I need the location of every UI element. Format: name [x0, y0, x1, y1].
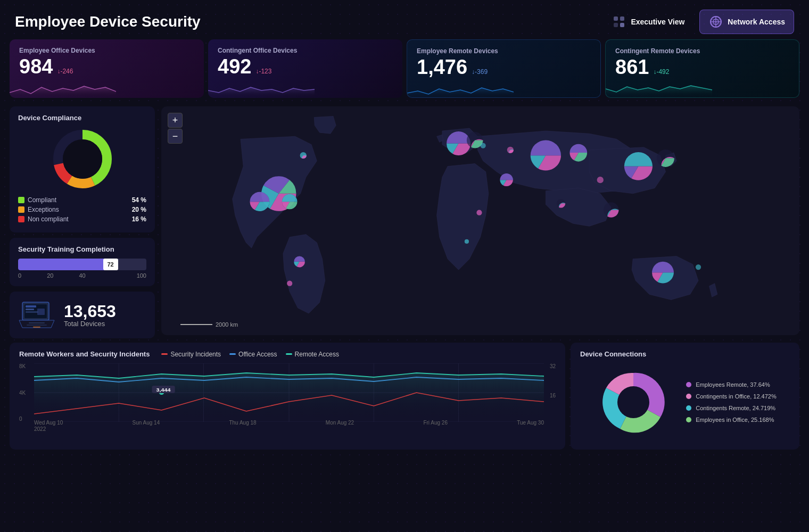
pie-legend-contingents-remote: Contingents Remote, 24.719%	[686, 405, 776, 411]
exceptions-label: Exceptions	[28, 206, 132, 213]
svg-rect-18	[26, 311, 38, 313]
legend-remote-access-label: Remote Access	[295, 351, 339, 358]
map-svg	[161, 106, 799, 335]
nav-executive-view[interactable]: Executive View	[603, 10, 693, 34]
training-slider[interactable]: 72	[18, 259, 146, 270]
y-left-0: 0	[19, 416, 34, 422]
compliance-title: Device Compliance	[18, 114, 146, 122]
employees-office-label: Employees in Office, 25.168%	[696, 417, 774, 423]
svg-rect-21	[27, 325, 47, 326]
device-connections-card: Device Connections Employees Remote, 37.…	[571, 343, 799, 450]
scale-bar	[180, 324, 212, 325]
total-devices-info: 13,653 Total Devices	[64, 303, 116, 328]
stat-contingent-office: Contingent Office Devices 492 ↓-123	[208, 39, 402, 98]
nav-network-access[interactable]: Network Access	[699, 10, 794, 34]
sparkline-3	[606, 77, 712, 97]
network-access-icon	[708, 14, 723, 29]
exceptions-dot	[18, 206, 24, 213]
office-access-color	[229, 353, 236, 355]
chart-header: Remote Workers and Security Incidents Se…	[19, 350, 556, 358]
svg-rect-1	[620, 16, 624, 21]
compliance-legend: Compliant 54 % Exceptions 20 % Non compl…	[18, 196, 146, 223]
line-chart-svg: 3,444	[34, 363, 544, 422]
y-left-4k: 4K	[19, 390, 34, 396]
contingents-office-dot	[686, 394, 691, 399]
legend-security-incidents-label: Security Incidents	[170, 351, 221, 358]
map-controls: + −	[168, 113, 183, 144]
x-axis-labels: Wed Aug 10 2022 Sun Aug 14 Thu Aug 18 Mo…	[34, 420, 544, 433]
x-label-5: Tue Aug 30	[517, 420, 544, 433]
device-connections-title: Device Connections	[580, 350, 790, 358]
training-card: Security Training Completion 72 0 20 40 …	[10, 238, 155, 286]
training-title: Security Training Completion	[18, 245, 146, 253]
total-devices-card: 13,653 Total Devices	[10, 292, 155, 338]
svg-text:3,444: 3,444	[156, 387, 171, 393]
legend-office-access: Office Access	[229, 351, 277, 358]
stat-contingent-remote: Contingent Remote Devices 861 ↓-492	[605, 39, 799, 98]
y-right-16: 16	[544, 393, 556, 398]
noncompliant-label: Non compliant	[28, 215, 132, 223]
noncompliant-val: 16 %	[132, 215, 146, 223]
training-thumb[interactable]: 72	[103, 259, 118, 270]
nav-network-access-label: Network Access	[728, 18, 785, 26]
stat-delta-3: ↓-492	[653, 68, 669, 76]
legend-noncompliant: Non compliant 16 %	[18, 215, 146, 223]
compliance-card: Device Compliance Compliant	[10, 106, 155, 232]
svg-point-44	[597, 177, 604, 183]
svg-rect-19	[37, 309, 45, 315]
stat-employee-office: Employee Office Devices 984 ↓-246	[10, 39, 204, 98]
chart-title: Remote Workers and Security Incidents	[19, 350, 150, 358]
legend-remote-access: Remote Access	[286, 351, 339, 358]
tick-100: 100	[137, 272, 146, 279]
stat-label-0: Employee Office Devices	[19, 47, 194, 54]
stat-delta-0: ↓-246	[57, 68, 73, 75]
pie-legend-contingents-office: Contingents in Office, 12.472%	[686, 393, 776, 400]
tick-0: 0	[18, 272, 21, 279]
top-stats-row: Employee Office Devices 984 ↓-246 Contin…	[0, 39, 809, 106]
stat-value-2: 1,476	[417, 57, 467, 77]
compliant-label: Compliant	[28, 196, 132, 204]
stat-value-0: 984	[19, 56, 53, 77]
pie-legend: Employees Remote, 37.64% Contingents in …	[686, 381, 776, 423]
stat-delta-1: ↓-123	[255, 68, 271, 75]
svg-rect-3	[620, 23, 624, 27]
pie-section: Employees Remote, 37.64% Contingents in …	[580, 362, 790, 442]
top-stats-grid: Employee Office Devices 984 ↓-246 Contin…	[10, 39, 799, 98]
device-icon	[18, 300, 55, 330]
y-right-32: 32	[544, 363, 556, 369]
donut-svg	[51, 127, 114, 191]
pie-legend-employees-remote: Employees Remote, 37.64%	[686, 381, 776, 388]
remote-access-color	[286, 353, 292, 355]
security-incidents-color	[161, 353, 168, 355]
contingents-remote-dot	[686, 405, 691, 411]
noncompliant-dot	[18, 216, 24, 222]
employees-remote-dot	[686, 382, 691, 387]
stat-label-1: Contingent Office Devices	[218, 47, 393, 54]
tick-20: 20	[47, 272, 53, 279]
tick-40: 40	[79, 272, 85, 279]
donut-chart	[18, 127, 146, 191]
stat-value-3: 861	[615, 57, 649, 77]
stat-employee-remote: Employee Remote Devices 1,476 ↓-369	[407, 39, 601, 98]
world-map[interactable]: + −	[161, 106, 799, 335]
legend-office-access-label: Office Access	[238, 351, 277, 358]
x-label-4: Fri Aug 26	[423, 420, 448, 433]
x-label-3: Mon Aug 22	[326, 420, 354, 433]
laptop-icon	[18, 300, 55, 330]
pie-chart-svg	[593, 362, 673, 442]
exceptions-val: 20 %	[132, 206, 146, 213]
left-panel: Device Compliance Compliant	[10, 106, 161, 338]
map-zoom-out[interactable]: −	[168, 129, 183, 144]
svg-rect-0	[614, 16, 618, 21]
svg-rect-22	[33, 327, 40, 328]
map-scale: 2000 km	[180, 321, 238, 328]
device-count: 13,653	[64, 303, 116, 320]
device-label: Total Devices	[64, 320, 116, 328]
page-title: Employee Device Security	[15, 13, 201, 30]
map-zoom-in[interactable]: +	[168, 113, 183, 128]
line-chart: 8K 4K 0 32 16	[19, 363, 556, 433]
svg-point-34	[476, 210, 482, 215]
chart-legend: Security Incidents Office Access Remote …	[161, 351, 339, 358]
svg-point-57	[617, 386, 649, 418]
header: Employee Device Security Executive View …	[0, 0, 809, 39]
